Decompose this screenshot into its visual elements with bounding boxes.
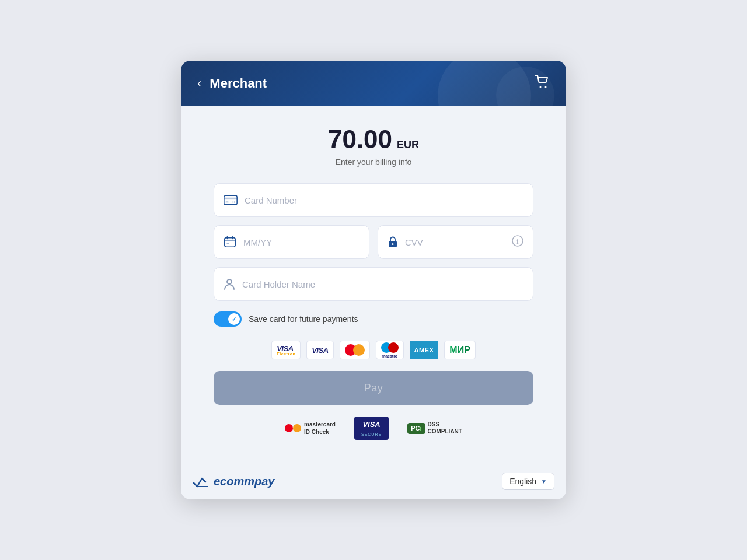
back-button[interactable]: ‹ Merchant — [197, 76, 267, 91]
amount-section: 70.00 EUR Enter your billing info — [214, 125, 533, 167]
header: ‹ Merchant — [181, 61, 566, 106]
language-label: English — [509, 477, 536, 486]
mir-logo: МИР — [444, 341, 476, 359]
ecommpay-logo[interactable]: ecommpay — [193, 475, 275, 488]
mastercard-id-check-logo: mastercardID Check — [285, 421, 336, 436]
toggle-knob: ✓ — [228, 313, 240, 325]
lock-icon — [388, 236, 398, 249]
mastercard-logo — [340, 341, 370, 359]
card-number-input[interactable] — [245, 195, 523, 205]
amount-row: 70.00 EUR — [214, 125, 533, 154]
amount-currency: EUR — [397, 139, 419, 151]
visa-secure-logo: VISA SECURE — [354, 416, 389, 440]
svg-rect-2 — [224, 195, 237, 204]
svg-point-1 — [545, 86, 547, 88]
pay-button[interactable]: Pay — [214, 371, 533, 405]
expiry-input[interactable] — [243, 237, 359, 247]
calendar-icon — [224, 236, 236, 249]
svg-point-16 — [227, 279, 232, 284]
language-arrow-icon: ▼ — [541, 478, 547, 485]
visa-plain-logo: VISA — [306, 341, 333, 359]
cvv-input[interactable] — [405, 237, 505, 247]
svg-point-6 — [234, 201, 235, 202]
form-body: 70.00 EUR Enter your billing info — [181, 106, 566, 466]
cvv-wrapper: i — [378, 225, 533, 259]
pci-dss-logo: PCi DSSCOMPLIANT — [407, 421, 462, 435]
user-icon — [224, 278, 235, 290]
cvv-info-icon[interactable]: i — [512, 235, 523, 250]
security-logos: mastercardID Check VISA SECURE PCi DSSCO… — [214, 416, 533, 440]
payment-modal: ‹ Merchant 70.00 EUR Enter your billing … — [181, 61, 566, 499]
save-card-row: ✓ Save card for future payments — [214, 312, 533, 327]
svg-point-13 — [392, 243, 394, 245]
cardholder-wrapper — [214, 267, 533, 301]
expiry-cvv-group: i — [214, 225, 533, 259]
svg-rect-3 — [224, 198, 237, 200]
card-number-group — [214, 183, 533, 217]
language-selector[interactable]: English ▼ — [502, 473, 554, 490]
toggle-check-icon: ✓ — [232, 316, 236, 323]
svg-rect-4 — [225, 202, 228, 203]
save-card-toggle[interactable]: ✓ — [214, 312, 242, 327]
amount-value: 70.00 — [328, 125, 392, 154]
expiry-wrapper — [214, 225, 369, 259]
svg-rect-11 — [227, 243, 229, 244]
svg-point-0 — [540, 86, 542, 88]
svg-point-5 — [232, 201, 233, 202]
card-number-wrapper — [214, 183, 533, 217]
cardholder-group — [214, 267, 533, 301]
footer: ecommpay English ▼ — [181, 466, 566, 499]
cardholder-input[interactable] — [242, 279, 523, 289]
merchant-title: Merchant — [210, 76, 267, 91]
svg-text:i: i — [516, 237, 519, 246]
billing-subtitle: Enter your billing info — [214, 158, 533, 167]
visa-logo: VISA Electron — [271, 341, 301, 359]
amex-logo: AMEX — [410, 341, 439, 359]
save-card-label: Save card for future payments — [249, 314, 358, 324]
back-icon: ‹ — [197, 77, 201, 90]
cart-icon[interactable] — [535, 75, 550, 92]
card-logos: VISA Electron VISA maestro — [214, 341, 533, 359]
ecommpay-brand: ecommpay — [214, 475, 275, 488]
card-icon — [224, 195, 238, 205]
maestro-logo: maestro — [376, 341, 404, 359]
svg-rect-7 — [225, 238, 235, 247]
